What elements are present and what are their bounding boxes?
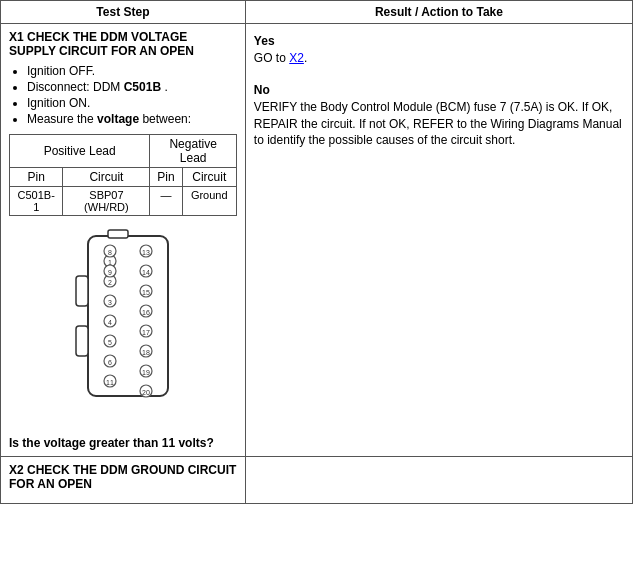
header-step: Test Step [1,1,246,24]
pos-pin-header: Pin [10,168,63,187]
neg-circuit-header: Circuit [182,168,236,187]
step2-right [245,457,632,504]
result-no-section: No VERIFY the Body Control Module (BCM) … [254,79,624,161]
instruction-3: Ignition ON. [27,96,237,110]
step2-left: X2 CHECK THE DDM GROUND CIRCUIT FOR AN O… [1,457,246,504]
negative-lead-header: Negative Lead [150,135,236,168]
svg-text:5: 5 [108,339,112,346]
neg-circuit-value: Ground [182,187,236,216]
pos-pin-value: C501B-1 [10,187,63,216]
svg-text:9: 9 [108,269,112,276]
svg-rect-2 [76,326,88,356]
neg-pin-header: Pin [150,168,182,187]
svg-text:14: 14 [142,269,150,276]
svg-text:19: 19 [142,369,150,376]
diagnostic-table: Test Step Result / Action to Take X1 CHE… [0,0,633,504]
instruction-1: Ignition OFF. [27,64,237,78]
step1-left: X1 CHECK THE DDM VOLTAGE SUPPLY CIRCUIT … [1,24,246,457]
svg-rect-0 [88,236,168,396]
yes-text: GO to X2. [254,50,624,67]
svg-text:3: 3 [108,299,112,306]
connector-svg: 1 2 3 4 5 6 11 [58,226,188,426]
svg-text:8: 8 [108,249,112,256]
step2-title: X2 CHECK THE DDM GROUND CIRCUIT FOR AN O… [9,463,237,491]
yes-label: Yes [254,34,624,48]
leads-table: Positive Lead Negative Lead Pin Circuit … [9,134,237,216]
step1-question: Is the voltage greater than 11 volts? [9,436,237,450]
positive-lead-header: Positive Lead [10,135,150,168]
result-yes-section: Yes GO to X2. [254,30,624,79]
step2-row: X2 CHECK THE DDM GROUND CIRCUIT FOR AN O… [1,457,633,504]
x2-link[interactable]: X2 [289,51,304,65]
header-result: Result / Action to Take [245,1,632,24]
svg-text:20: 20 [142,389,150,396]
svg-text:4: 4 [108,319,112,326]
step1-right: Yes GO to X2. No VERIFY the Body Control… [245,24,632,457]
svg-rect-1 [76,276,88,306]
step1-row: X1 CHECK THE DDM VOLTAGE SUPPLY CIRCUIT … [1,24,633,457]
no-text: VERIFY the Body Control Module (BCM) fus… [254,99,624,149]
step1-title: X1 CHECK THE DDM VOLTAGE SUPPLY CIRCUIT … [9,30,237,58]
svg-text:15: 15 [142,289,150,296]
leads-row: C501B-1 SBP07 (WH/RD) — Ground [10,187,237,216]
instruction-4: Measure the voltage between: [27,112,237,126]
svg-rect-3 [108,230,128,238]
svg-text:6: 6 [108,359,112,366]
svg-text:16: 16 [142,309,150,316]
pos-circuit-value: SBP07 (WH/RD) [63,187,150,216]
step1-instructions: Ignition OFF. Disconnect: DDM C501B . Ig… [27,64,237,126]
connector-diagram: 1 2 3 4 5 6 11 [9,226,237,426]
svg-text:11: 11 [106,379,114,386]
neg-pin-value: — [150,187,182,216]
svg-text:18: 18 [142,349,150,356]
svg-text:13: 13 [142,249,150,256]
svg-text:17: 17 [142,329,150,336]
pos-circuit-header: Circuit [63,168,150,187]
no-label: No [254,83,624,97]
instruction-2: Disconnect: DDM C501B . [27,80,237,94]
svg-text:2: 2 [108,279,112,286]
